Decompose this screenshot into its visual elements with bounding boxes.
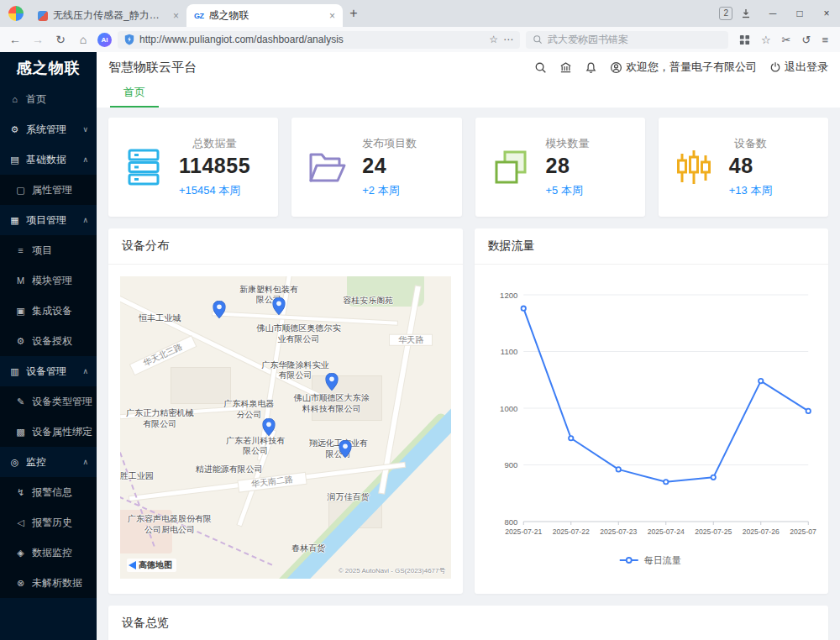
stat-card-1: 发布项目数24+2 本周 [291, 118, 461, 217]
sidebar-item-label: 监控 [26, 455, 46, 470]
sidebar-item-alarm-info[interactable]: ↯报警信息 [0, 477, 97, 507]
modules-icon [491, 147, 531, 187]
sidebar-item-project-management[interactable]: ▦项目管理∧ [0, 205, 97, 235]
more-icon[interactable]: ⋯ [503, 34, 513, 45]
organization-icon[interactable] [559, 61, 572, 74]
bookmark-star-icon[interactable]: ☆ [489, 34, 498, 45]
search-input[interactable]: 武大爱称园书错案 [526, 31, 728, 49]
tab-home[interactable]: 首页 [110, 85, 159, 108]
sidebar-item-label: 属性管理 [32, 183, 72, 197]
map-marker[interactable] [339, 440, 351, 461]
new-tab-button[interactable]: + [343, 6, 365, 21]
chart-legend-item[interactable]: 每日流量 [619, 555, 680, 565]
stat-delta: +13 本周 [729, 183, 773, 198]
stat-label: 总数据量 [193, 136, 237, 151]
map-marker[interactable] [263, 418, 276, 439]
browser-logo-icon[interactable] [8, 6, 24, 21]
svg-text:2025-07-22: 2025-07-22 [552, 527, 589, 536]
sidebar-item-label: 集成设备 [32, 304, 72, 318]
tab-close-icon[interactable]: × [173, 10, 179, 22]
panel-title: 设备分布 [108, 228, 463, 265]
sidebar-item-integrated-devices[interactable]: ▣集成设备 [0, 296, 97, 326]
sidebar-item-device-management[interactable]: ▥设备管理∧ [0, 356, 97, 386]
app-logo[interactable]: 感之物联 [0, 52, 97, 84]
sidebar-item-label: 报警历史 [32, 516, 72, 530]
apps-icon: ▦ [8, 215, 21, 226]
download-icon[interactable] [741, 8, 751, 18]
map-marker[interactable] [272, 297, 285, 318]
favorites-star-icon[interactable]: ☆ [761, 34, 771, 46]
sidebar-item-device-authorization[interactable]: ⚙设备授权 [0, 326, 97, 356]
document-icon: ▢ [14, 185, 27, 196]
stat-label: 发布项目数 [362, 136, 417, 151]
maximize-button[interactable]: □ [786, 0, 813, 27]
sidebar-item-label: 首页 [26, 92, 46, 107]
chevron-icon: ∧ [82, 458, 88, 466]
extension-badge[interactable]: 2 [719, 7, 732, 20]
apps-grid-icon[interactable] [739, 34, 750, 45]
speaker-icon: ◁ [14, 517, 27, 528]
browser-tabstrip: 无线压力传感器_静力水准仪 × GZ 感之物联 × + 2 ─ □ × [0, 0, 840, 27]
sidebar-item-system-management[interactable]: ⚙系统管理∨ [0, 114, 97, 144]
unparsed-icon: ⊗ [14, 578, 27, 589]
close-button[interactable]: × [813, 0, 840, 27]
map[interactable]: 新康塑料包装有限公司容桂安乐阁苑恒丰工业城华天北三路佛山市顺德区奥德尔实业有限公… [120, 276, 451, 579]
chevron-icon: ∧ [82, 367, 88, 375]
sidebar-item-label: 系统管理 [26, 123, 66, 137]
history-undo-icon[interactable]: ↺ [802, 34, 811, 46]
ai-assistant-icon[interactable]: AI [97, 33, 112, 47]
sidebar-item-attribute-management[interactable]: ▢属性管理 [0, 175, 97, 205]
url-bar[interactable]: http://www.puliangiot.com/dashboard/anal… [118, 31, 520, 49]
sidebar-item-alarm-history[interactable]: ◁报警历史 [0, 507, 97, 538]
minimize-button[interactable]: ─ [759, 0, 786, 27]
sidebar-item-module-management[interactable]: M模块管理 [0, 265, 97, 296]
forward-icon[interactable]: → [29, 33, 46, 46]
content: 总数据量114855+15454 本周发布项目数24+2 本周模块数量28+5 … [97, 108, 840, 640]
map-poi-label: 广东容声电器股份有限公司厨电公司 [128, 514, 212, 535]
logout-button[interactable]: 退出登录 [769, 60, 828, 75]
sidebar-item-label: 设备类型管理 [32, 395, 92, 409]
stat-card-2: 模块数量28+5 本周 [475, 118, 645, 217]
stat-value: 114855 [179, 154, 250, 178]
sidebar-item-device-attribute-binding[interactable]: ▩设备属性绑定 [0, 417, 97, 447]
data-traffic-panel: 数据流量 8009001000110012002025-07-212025-07… [475, 228, 829, 594]
sidebar-item-unparsed-data[interactable]: ⊗未解析数据 [0, 568, 97, 598]
amap-logo[interactable]: 高德地图 [127, 559, 176, 572]
sidebar-item-projects[interactable]: ≡项目 [0, 235, 97, 265]
sidebar-item-home[interactable]: ⌂首页 [0, 84, 97, 114]
sidebar-item-device-type-management[interactable]: ✎设备类型管理 [0, 386, 97, 417]
browser-tab-1[interactable]: 无线压力传感器_静力水准仪 × [30, 4, 186, 27]
logout-icon [769, 61, 781, 73]
sidebar-item-data-monitoring[interactable]: ◈数据监控 [0, 538, 97, 568]
home-icon[interactable]: ⌂ [75, 33, 92, 46]
security-shield-icon[interactable] [124, 34, 134, 45]
stat-value: 48 [729, 154, 753, 178]
map-poi-label: 春林百货 [283, 543, 333, 554]
map-marker[interactable] [213, 301, 226, 322]
map-poi-label: 佛山市顺德区奥德尔实业有限公司 [256, 323, 340, 344]
svg-text:2025-07-26: 2025-07-26 [742, 527, 779, 536]
sidebar-item-label: 未解析数据 [32, 576, 82, 590]
map-marker[interactable] [325, 373, 338, 394]
sidebar-item-monitoring[interactable]: ◎监控∧ [0, 447, 97, 477]
browser-tab-2[interactable]: GZ 感之物联 × [186, 4, 343, 27]
sidebar-menu: ⌂首页⚙系统管理∨▤基础数据∧▢属性管理▦项目管理∧≡项目M模块管理▣集成设备⚙… [0, 84, 97, 598]
tab-title: 无线压力传感器_静力水准仪 [53, 8, 168, 23]
map-poi-label: 新康塑料包装有限公司 [239, 284, 299, 305]
tab-close-icon[interactable]: × [329, 10, 335, 22]
stat-delta: +5 本周 [546, 183, 583, 198]
back-icon[interactable]: ← [7, 33, 24, 46]
scissors-icon[interactable]: ✂ [782, 34, 791, 46]
refresh-icon[interactable]: ↻ [52, 33, 69, 46]
bell-icon[interactable] [585, 61, 597, 74]
url-text[interactable]: http://www.puliangiot.com/dashboard/anal… [139, 34, 484, 45]
map-poi-label: 胜工业园 [120, 470, 162, 481]
menu-icon[interactable]: ≡ [822, 34, 828, 46]
header-search-icon[interactable] [534, 61, 547, 74]
sidebar-item-basic-data[interactable]: ▤基础数据∧ [0, 144, 97, 175]
map-poi-label: 精进能源有限公司 [183, 464, 276, 475]
sidebar-item-label: 设备管理 [26, 365, 66, 379]
line-chart: 8009001000110012002025-07-212025-07-2220… [486, 276, 817, 579]
device-icon: ▣ [14, 306, 27, 317]
stat-card-3: 设备数48+13 本周 [659, 118, 828, 217]
